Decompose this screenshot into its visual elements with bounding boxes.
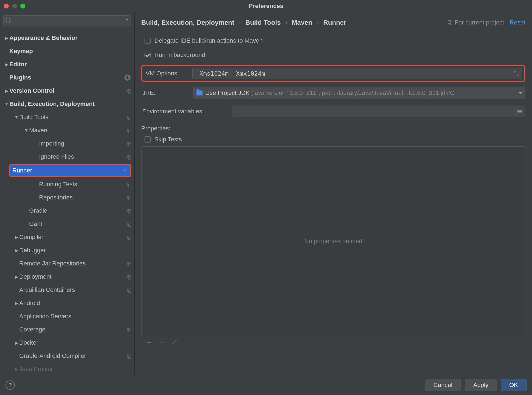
project-scope-icon [123,168,128,173]
tree-label: Java Profiler [19,366,132,373]
window-title: Preferences [0,2,532,10]
remove-button: － [159,338,166,347]
chevron-down-icon[interactable]: ▼ [24,128,29,133]
add-button[interactable]: ＋ [145,338,153,347]
tree-item-compiler[interactable]: ▶Compiler [0,231,134,244]
tree-item-keymap[interactable]: Keymap [0,45,134,58]
chevron-right-icon[interactable]: ▶ [14,367,19,372]
svg-rect-0 [128,90,130,92]
skip-tests-row[interactable]: Skip Tests [141,134,525,145]
tree-item-application-servers[interactable]: Application Servers [0,310,134,323]
tree-item-importing[interactable]: Importing [0,137,134,150]
tree-label: Ignored Files [39,153,125,160]
tree-item-ignored-files[interactable]: Ignored Files [0,150,134,163]
tree-item-gant[interactable]: Gant [0,217,134,231]
runbg-label: Run in background [154,51,205,59]
tree-item-gradle[interactable]: Gradle [0,204,134,217]
svg-rect-12 [128,183,130,186]
chevron-right-icon[interactable]: ▶ [4,62,9,67]
tree-item-android[interactable]: ▶Android [0,297,134,310]
scope-text: For current project [455,19,504,26]
svg-rect-23 [128,263,131,266]
runbg-checkbox-row[interactable]: Run in background [141,48,525,62]
tree-item-plugins[interactable]: Plugins1 [0,71,134,84]
tree-item-docker[interactable]: ▶Docker [0,336,134,349]
tree-item-build-execution-deployment[interactable]: ▼Build, Execution, Deployment [0,97,134,111]
tree-item-gradle-android-compiler[interactable]: Gradle-Android Compiler [0,349,134,363]
close-window-icon[interactable] [4,4,9,9]
tree-item-debugger[interactable]: ▶Debugger [0,244,134,257]
tree-item-runner[interactable]: Runner [9,164,131,177]
search-dropdown-icon[interactable] [126,19,128,21]
chevron-right-icon[interactable]: ▶ [14,248,19,253]
maximize-window-icon[interactable] [20,4,25,9]
crumb[interactable]: Build Tools [245,19,281,26]
ok-button[interactable]: OK [501,379,527,391]
crumb[interactable]: Runner [323,19,346,26]
crumb-separator: › [239,19,241,26]
project-scope-icon [127,235,132,240]
delegate-checkbox-row[interactable]: Delegate IDE build/run actions to Maven [141,34,525,48]
cancel-button[interactable]: Cancel [425,379,461,391]
svg-rect-1 [128,90,131,93]
properties-box: No properties defined ＋ － [141,146,525,336]
tree-item-running-tests[interactable]: Running Tests [0,178,134,191]
svg-rect-20 [128,236,130,239]
titlebar: Preferences [0,0,532,12]
reset-link[interactable]: Reset [510,19,525,26]
project-scope-icon [127,182,132,187]
svg-rect-7 [128,143,131,146]
vm-options-input[interactable] [192,68,522,79]
tree-label: Deployment [19,273,125,280]
chevron-right-icon[interactable]: ▶ [4,35,9,41]
tree-item-coverage[interactable]: Coverage [0,323,134,336]
tree-item-appearance-behavior[interactable]: ▶Appearance & Behavior [0,31,134,45]
vm-options-label: VM Options: [145,70,192,77]
tree-label: Android [19,300,132,307]
tree-label: Appearance & Behavior [9,34,132,42]
apply-button[interactable]: Apply [465,379,497,391]
project-scope-icon [127,261,132,266]
tree-item-maven[interactable]: ▼Maven [0,124,134,137]
help-button[interactable]: ? [5,380,15,390]
svg-rect-14 [128,196,130,199]
tree-item-editor[interactable]: ▶Editor [0,58,134,71]
svg-rect-27 [128,290,131,292]
env-input[interactable] [232,106,525,117]
runbg-checkbox[interactable] [145,52,151,58]
chevron-right-icon[interactable]: ▶ [4,88,9,94]
chevron-down-icon[interactable]: ▼ [14,115,19,120]
tree-label: Runner [12,167,121,174]
svg-rect-21 [128,237,131,240]
list-icon[interactable] [516,108,523,115]
tree-label: Application Servers [19,313,132,320]
svg-rect-17 [128,210,131,213]
project-scope-icon [127,274,132,279]
chevron-down-icon[interactable]: ▼ [4,102,9,106]
tree-item-repositories[interactable]: Repositories [0,191,134,204]
tree-item-deployment[interactable]: ▶Deployment [0,270,134,283]
search-input[interactable] [3,15,131,26]
project-scope-icon [127,141,132,146]
chevron-down-icon [519,92,522,94]
vm-options-row: VM Options: [141,65,525,82]
tree-item-version-control[interactable]: ▶Version Control [0,84,134,97]
chevron-right-icon[interactable]: ▶ [14,301,19,306]
crumb[interactable]: Build, Execution, Deployment [141,19,234,26]
tree-item-java-profiler[interactable]: ▶Java Profiler [0,363,134,375]
tree-item-arquillian-containers[interactable]: Arquillian Containers [0,283,134,297]
tree-item-remote-jar-repositories[interactable]: Remote Jar Repositories [0,257,134,270]
chevron-right-icon[interactable]: ▶ [14,340,19,345]
chevron-right-icon[interactable]: ▶ [14,274,19,279]
jre-select[interactable]: Use Project JDK (java version "1.8.0_211… [193,87,525,99]
skip-tests-checkbox[interactable] [145,136,151,142]
minimize-window-icon[interactable] [12,4,17,9]
chevron-right-icon[interactable]: ▶ [14,235,19,240]
tree-item-build-tools[interactable]: ▼Build Tools [0,111,134,124]
sidebar: ▶Appearance & BehaviorKeymap▶EditorPlugi… [0,12,135,375]
jre-row: JRE: Use Project JDK (java version "1.8.… [141,87,525,99]
tree-label: Build, Execution, Deployment [9,100,132,108]
crumb[interactable]: Maven [292,19,312,26]
delegate-checkbox[interactable] [145,38,151,44]
expand-icon[interactable] [513,70,519,76]
